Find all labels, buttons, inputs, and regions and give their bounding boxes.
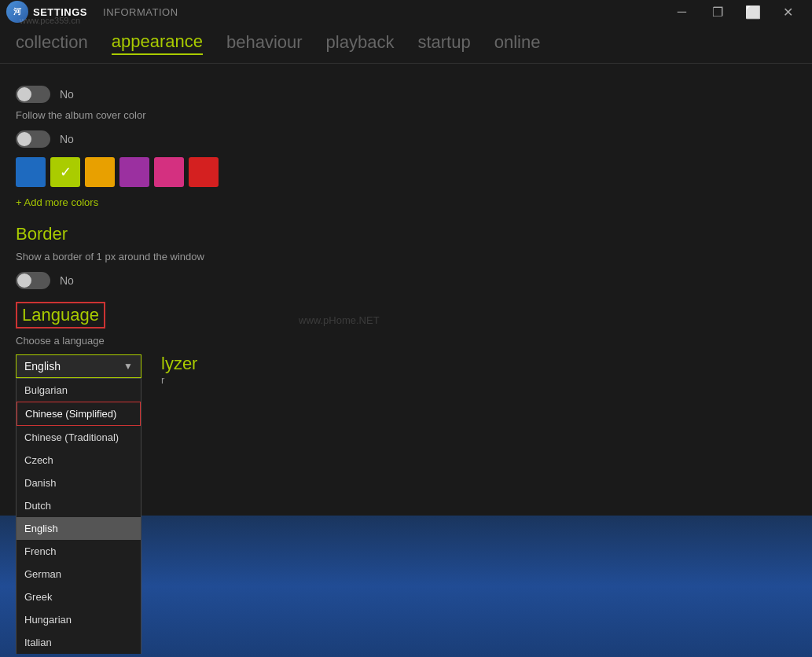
dropdown-list: Bulgarian Chinese (Simplified) Chinese (…: [16, 378, 141, 654]
close-button[interactable]: ✕: [770, 0, 806, 24]
logo-text: 河: [13, 6, 21, 17]
analyzer-title: lyzer: [161, 354, 197, 373]
dropdown-arrow-icon: ▼: [123, 361, 133, 372]
toggle-border[interactable]: [16, 272, 50, 289]
choose-language-label: Choose a language: [16, 335, 796, 347]
dropdown-item-chinese-simplified[interactable]: Chinese (Simplified): [17, 402, 141, 426]
dropdown-item-english[interactable]: English: [17, 517, 141, 540]
language-section: Language Choose a language English ▼ Bul…: [16, 302, 796, 378]
dropdown-item-greek[interactable]: Greek: [17, 585, 141, 608]
title-bar: 河 www.pce359.cn SETTINGS INFORMATION ─ ❐…: [0, 0, 812, 24]
border-title: Border: [16, 224, 796, 244]
swatch-green[interactable]: ✓: [50, 157, 80, 187]
add-more-colors-button[interactable]: + Add more colors: [16, 196, 796, 208]
dropdown-item-bulgarian[interactable]: Bulgarian: [17, 379, 141, 402]
dropdown-item-dutch[interactable]: Dutch: [17, 494, 141, 517]
dropdown-item-french[interactable]: French: [17, 540, 141, 563]
dropdown-item-italian[interactable]: Italian: [17, 631, 141, 654]
window-controls: ─ ❐ ⬜ ✕: [664, 0, 806, 24]
dropdown-selected-label: English: [24, 360, 61, 373]
restore-button[interactable]: ❐: [700, 0, 735, 24]
tab-startup[interactable]: startup: [417, 32, 470, 54]
dropdown-item-czech[interactable]: Czech: [17, 449, 141, 472]
toggle-knob-2: [17, 132, 31, 146]
dropdown-item-hungarian[interactable]: Hungarian: [17, 608, 141, 631]
swatch-purple[interactable]: [119, 157, 149, 187]
nav-information[interactable]: INFORMATION: [103, 6, 178, 18]
app-logo: 河: [6, 1, 28, 23]
dropdown-item-danish[interactable]: Danish: [17, 472, 141, 494]
minimize-button[interactable]: ─: [664, 0, 700, 24]
toggle-knob-1: [17, 87, 31, 101]
toggle-knob-border: [17, 273, 31, 288]
toggle-row-border: No: [16, 272, 796, 289]
tab-appearance[interactable]: appearance: [112, 31, 203, 55]
color-swatches: ✓: [16, 157, 796, 187]
language-dropdown[interactable]: English ▼ Bulgarian Chinese (Simplified)…: [16, 354, 141, 378]
toggle-1[interactable]: [16, 86, 50, 103]
title-bar-nav: SETTINGS INFORMATION: [33, 6, 178, 18]
nav-tabs: collection appearance behaviour playback…: [0, 24, 812, 64]
analyzer-section: lyzer r: [161, 354, 197, 386]
border-section: Border Show a border of 1 px around the …: [16, 224, 796, 289]
tab-behaviour[interactable]: behaviour: [226, 32, 303, 54]
title-bar-left: 河 www.pce359.cn SETTINGS INFORMATION: [6, 1, 178, 23]
toggle-row-1: No: [16, 86, 796, 103]
swatch-orange[interactable]: [85, 157, 115, 187]
analyzer-sub: r: [161, 374, 197, 386]
toggle-row-2: No: [16, 130, 796, 148]
tab-collection[interactable]: collection: [16, 32, 88, 54]
dropdown-item-german[interactable]: German: [17, 563, 141, 585]
nav-settings[interactable]: SETTINGS: [33, 6, 87, 18]
border-description: Show a border of 1 px around the window: [16, 251, 796, 262]
tab-playback[interactable]: playback: [326, 32, 395, 54]
toggle-2[interactable]: [16, 130, 50, 148]
tab-online[interactable]: online: [494, 32, 541, 54]
maximize-button[interactable]: ⬜: [735, 0, 770, 24]
toggle-1-label: No: [60, 88, 74, 101]
toggle-border-label: No: [60, 274, 74, 287]
swatch-red[interactable]: [189, 157, 219, 187]
dropdown-selected[interactable]: English ▼: [16, 354, 141, 378]
swatch-pink[interactable]: [154, 157, 184, 187]
follow-album-label: Follow the album cover color: [16, 109, 796, 121]
toggle-2-label: No: [60, 133, 74, 145]
swatch-blue[interactable]: [16, 157, 46, 187]
dropdown-item-chinese-traditional[interactable]: Chinese (Traditional): [17, 426, 141, 449]
language-title: Language: [16, 302, 105, 328]
